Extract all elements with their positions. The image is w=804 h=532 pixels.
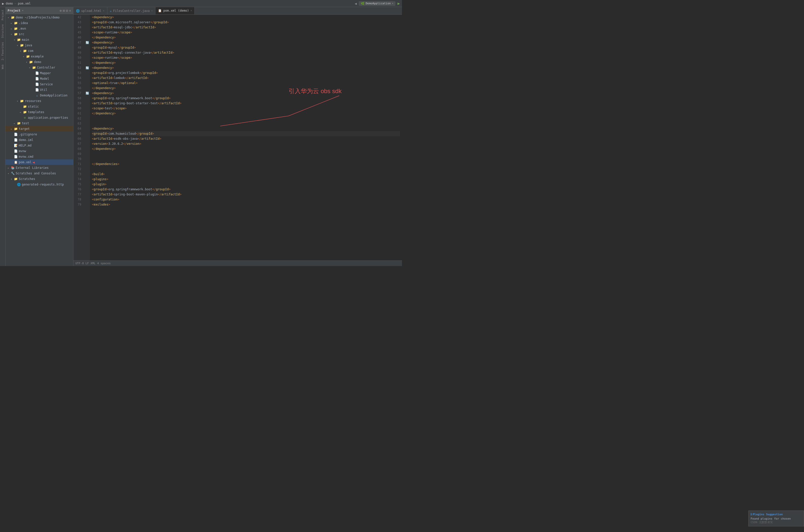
tab-upload[interactable]: 🌐 upload.html × (73, 7, 107, 15)
run-config[interactable]: 🌿 DemoApplication ▾ (359, 1, 395, 6)
tab-close-pom[interactable]: × (190, 9, 192, 12)
sidebar-item-structure[interactable]: Structure (1, 23, 4, 39)
nav-back-icon[interactable]: ◀ (355, 1, 357, 5)
code-line[interactable]: <artifactId>esdk-obs-java</artifactId> (92, 136, 400, 141)
tree-item-main[interactable]: ▾ 📁 main (5, 37, 73, 42)
separator: – (15, 2, 16, 5)
code-line[interactable]: <groupId>com.huaweicloud</groupId> (92, 131, 400, 136)
tree-item-mvn[interactable]: ▸ 📁 .mvn (5, 26, 73, 31)
code-line[interactable]: <plugin> (92, 182, 400, 187)
code-line[interactable]: <dependency> (92, 126, 400, 131)
tree-item-mvnw[interactable]: ▸ 📄 mvnw (5, 148, 73, 154)
code-line[interactable]: <scope>test</scope> (92, 106, 400, 111)
sync-icon[interactable]: 🔄 (86, 41, 89, 44)
run-button[interactable]: ▶ (397, 1, 400, 6)
tree-label: mvnw.cmd (19, 155, 33, 158)
tree-item-service[interactable]: ▸ 📄 Service (5, 81, 73, 87)
sync-icon[interactable]: 🔄 (86, 92, 89, 95)
panel-gear-icon[interactable]: ⚙ (66, 8, 68, 13)
tree-item-mvnw-cmd[interactable]: ▸ 📄 mvnw.cmd (5, 154, 73, 159)
tree-item-model[interactable]: ▸ 📄 Model (5, 76, 73, 81)
panel-expand-icon[interactable]: ⊞ (63, 8, 65, 13)
tree-item-pom-xml[interactable]: ▸ 📋 pom.xml ◀ (5, 159, 73, 165)
tree-item-static[interactable]: ▸ 📁 static (5, 104, 73, 109)
code-line[interactable]: </dependency> (92, 60, 400, 65)
code-line[interactable]: <artifactId>mysql-connector-java</artifa… (92, 50, 400, 55)
code-line[interactable] (92, 121, 400, 126)
code-line[interactable]: <artifactId>spring-boot-maven-plugin</ar… (92, 192, 400, 197)
tree-item-demo-iml[interactable]: ▸ 📄 demo.iml (5, 137, 73, 143)
line-number: 66 (73, 136, 83, 141)
tree-item-application-prop[interactable]: ▸ ⚙ application.properties (5, 115, 73, 120)
line-number: 47 (73, 40, 83, 45)
sidebar-item-web[interactable]: Web (1, 63, 4, 71)
sidebar-item-project[interactable]: Project (1, 8, 4, 22)
editor-content[interactable]: 4243444546474849505152535455565758596061… (73, 15, 402, 261)
code-line[interactable]: <version>3.20.6.2</version> (92, 141, 400, 146)
sidebar-item-favorites[interactable]: 2: Favorites (1, 40, 4, 62)
gutter-cell (85, 182, 90, 187)
code-line[interactable]: </dependency> (92, 86, 400, 91)
code-line[interactable]: <groupId>org.springframework.boot</group… (92, 96, 400, 101)
tab-close-filescontroller[interactable]: × (151, 10, 153, 12)
tree-item-demo-pkg[interactable]: ▾ 📁 demo (5, 59, 73, 65)
file-tree: ▾ 📁 demo ~/IdeaProjects/demo ▸ 📁 .idea ▸… (5, 14, 73, 266)
code-line[interactable]: <artifactId>mssql-jdbc</artifactId> (92, 25, 400, 30)
code-line[interactable]: </dependency> (92, 146, 400, 151)
code-line[interactable] (92, 167, 400, 172)
sync-icon[interactable]: 🔄 (86, 66, 89, 70)
tree-item-target[interactable]: ▸ 📁 target (5, 126, 73, 132)
code-line[interactable]: <dependency> (92, 65, 400, 70)
code-line[interactable]: <groupId>org.projectlombok</groupId> (92, 70, 400, 75)
tree-item-util[interactable]: ▸ 📄 Util (5, 87, 73, 93)
tree-item-controller[interactable]: ▾ 📁 Controller (5, 65, 73, 70)
tree-item-help[interactable]: ▸ 📝 HELP.md (5, 143, 73, 148)
code-line[interactable]: <excludes> (92, 202, 400, 207)
tree-item-test[interactable]: ▸ 📁 test (5, 120, 73, 126)
code-line[interactable]: </dependency> (92, 111, 400, 116)
code-line[interactable]: <groupId>com.microsoft.sqlserver</groupI… (92, 20, 400, 25)
tree-item-java[interactable]: ▾ 📁 java (5, 42, 73, 48)
code-line[interactable]: </dependency> (92, 35, 400, 40)
code-line[interactable]: <optional>true</optional> (92, 80, 400, 86)
panel-close-icon[interactable]: × (69, 8, 71, 13)
code-line[interactable]: <dependency> (92, 91, 400, 96)
code-line[interactable]: <groupId>mysql</groupId> (92, 45, 400, 50)
code-line[interactable]: <artifactId>lombok</artifactId> (92, 75, 400, 80)
code-line[interactable]: <scope>runtime</scope> (92, 55, 400, 60)
tab-pom[interactable]: 📋 pom.xml (demo) × (155, 7, 195, 15)
code-line[interactable]: <plugins> (92, 177, 400, 182)
code-line[interactable]: <scope>runtime</scope> (92, 30, 400, 35)
code-line[interactable] (92, 156, 400, 162)
code-area[interactable]: <dependency> <groupId>com.microsoft.sqls… (90, 15, 402, 261)
tree-item-demoapplication[interactable]: ▸ ☕ DemoApplication (5, 93, 73, 98)
tree-item-example[interactable]: ▾ 📁 example (5, 54, 73, 59)
code-line[interactable]: </dependencies> (92, 162, 400, 167)
tree-item-idea[interactable]: ▸ 📁 .idea (5, 20, 73, 26)
tree-item-scratches-consoles[interactable]: ▾ 🔧 Scratches and Consoles (5, 171, 73, 176)
tree-item-mapper[interactable]: ▸ 📄 Mapper (5, 70, 73, 76)
line-number: 48 (73, 45, 83, 50)
code-line[interactable]: <groupId>org.springframework.boot</group… (92, 187, 400, 192)
tab-close-upload[interactable]: × (103, 10, 104, 12)
tree-item-src[interactable]: ▾ 📁 src (5, 31, 73, 37)
tree-item-demo-root[interactable]: ▾ 📁 demo ~/IdeaProjects/demo (5, 15, 73, 20)
tree-item-gitignore[interactable]: ▸ 📄 .gitignore (5, 132, 73, 137)
code-line[interactable] (92, 151, 400, 156)
tree-item-external-libs[interactable]: ▸ 📚 External Libraries (5, 165, 73, 171)
panel-locate-icon[interactable]: ⊕ (59, 8, 61, 13)
code-line[interactable]: <artifactId>spring-boot-starter-test</ar… (92, 101, 400, 106)
tree-item-com[interactable]: ▾ 📁 com (5, 48, 73, 54)
tab-filescontroller[interactable]: ☕ FilesController.java × (107, 7, 156, 15)
tree-item-templates[interactable]: ▸ 📁 templates (5, 109, 73, 115)
code-line[interactable]: <configuration> (92, 197, 400, 202)
code-line[interactable] (92, 116, 400, 121)
code-line[interactable]: <dependency> (92, 40, 400, 45)
tree-label: example (31, 55, 44, 58)
tree-item-resources[interactable]: ▾ 📁 resources (5, 98, 73, 104)
code-line[interactable]: <build> (92, 172, 400, 177)
gutter-cell (85, 192, 90, 197)
code-line[interactable]: <dependency> (92, 15, 400, 20)
tree-item-generated-requests[interactable]: ▸ 🌐 generated-requests.http (5, 182, 73, 187)
tree-item-scratches[interactable]: ▾ 📁 Scratches (5, 176, 73, 182)
